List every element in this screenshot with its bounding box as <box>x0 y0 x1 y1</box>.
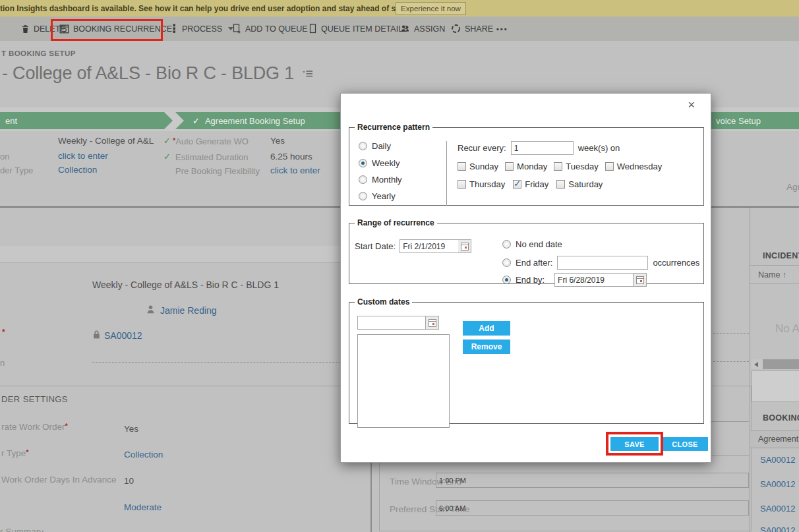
monday-checkbox[interactable] <box>505 162 514 171</box>
custom-dates-fieldset: Custom dates Add Remove <box>349 297 704 424</box>
page-title: - College of A&LS - Bio R C - BLDG 1 <box>2 63 294 84</box>
recur-every-row: Recur every: week(s) on <box>458 141 620 155</box>
estimated-duration-value: 6.25 hours <box>270 152 312 162</box>
generate-work-order-value: Yes <box>124 424 138 434</box>
incidents-column-header[interactable]: Name ↑ <box>750 266 799 284</box>
bookings-panel-title: BOOKING <box>763 413 799 423</box>
dashed-separator <box>92 362 370 363</box>
summary-click-to-enter-link[interactable]: click to enter <box>58 151 108 161</box>
monday-option[interactable]: Monday <box>505 162 547 171</box>
scrollbar-thumb[interactable] <box>763 359 799 369</box>
check-icon: ✓ <box>163 152 171 162</box>
add-button[interactable]: Add <box>463 321 510 336</box>
summary-collection-link[interactable]: Collection <box>58 165 97 175</box>
monthly-radio[interactable] <box>359 175 367 184</box>
work-order-type-label: r Type* <box>1 448 29 458</box>
tuesday-option[interactable]: Tuesday <box>554 162 598 171</box>
end-by-calendar-button[interactable] <box>634 273 647 287</box>
process-button[interactable]: PROCESS <box>170 16 233 41</box>
pre-booking-flexibility-label: Pre Booking Flexibility <box>175 166 260 176</box>
start-date-input[interactable] <box>400 239 459 253</box>
form-selector-icon[interactable] <box>302 69 313 78</box>
saturday-checkbox[interactable] <box>556 180 565 189</box>
more-icon: ••• <box>496 25 508 33</box>
calendar-icon <box>461 243 469 251</box>
dialog-close-button[interactable]: CLOSE <box>662 437 708 451</box>
range-of-recurrence-legend: Range of recurrence <box>355 218 437 227</box>
end-after-radio[interactable] <box>502 258 511 267</box>
monthly-radio-option[interactable]: Monthly <box>359 175 402 185</box>
bookings-column-header[interactable]: Agreement <box>750 430 799 448</box>
more-commands-button[interactable]: ••• <box>496 16 508 41</box>
incidents-header-band: INCIDENT <box>750 246 799 266</box>
custom-date-row <box>357 316 439 330</box>
no-end-date-radio[interactable] <box>502 240 511 249</box>
booking-row-agreement-link[interactable]: SA00012 <box>760 455 796 465</box>
yearly-radio-option[interactable]: Yearly <box>359 191 396 201</box>
start-date-calendar-button[interactable] <box>458 239 471 253</box>
stage-agreement[interactable]: ent <box>0 112 173 129</box>
sidebar-empty-box <box>752 370 799 402</box>
work-order-type-link[interactable]: Collection <box>124 450 163 459</box>
scrollbar-left-arrow-icon[interactable] <box>754 362 758 367</box>
booking-recurrence-icon <box>59 24 69 34</box>
queue-item-details-button[interactable]: QUEUE ITEM DETAILS <box>309 16 408 41</box>
recur-every-suffix: week(s) on <box>578 143 620 153</box>
pre-booking-flexibility-link[interactable]: click to enter <box>270 165 320 175</box>
stage-check-icon: ✓ <box>192 116 200 126</box>
yearly-radio[interactable] <box>359 192 367 200</box>
time-window-end-input[interactable]: 1:00 PM <box>436 473 749 488</box>
entity-type-label: T BOOKING SETUP <box>1 49 76 57</box>
remove-button[interactable]: Remove <box>463 340 510 354</box>
thursday-checkbox[interactable] <box>458 180 466 189</box>
daily-radio[interactable] <box>359 142 367 150</box>
start-date-row: Start Date: <box>355 239 471 253</box>
custom-date-input[interactable] <box>357 316 426 330</box>
tuesday-checkbox[interactable] <box>554 162 562 171</box>
sunday-option[interactable]: Sunday <box>458 162 498 171</box>
end-after-occurrences-input[interactable] <box>557 256 648 270</box>
custom-date-calendar-button[interactable] <box>426 316 439 330</box>
saturday-option[interactable]: Saturday <box>556 179 603 189</box>
assign-button[interactable]: ASSIGN <box>400 16 445 41</box>
owner-link[interactable]: Jamie Reding <box>160 305 217 316</box>
booking-row-agreement-link[interactable]: SA00012 <box>760 504 796 514</box>
share-button[interactable]: SHARE <box>451 16 493 41</box>
booking-row-agreement-link[interactable]: SA00012 <box>760 525 796 532</box>
close-icon[interactable]: × <box>688 99 695 111</box>
end-by-date-input[interactable] <box>554 273 634 287</box>
preferred-start-time-input[interactable]: 6:00 AM <box>436 500 749 516</box>
start-date-label: Start Date: <box>355 241 396 251</box>
booking-setup-name-value: Weekly - College of A&LS - Bio R C - BLD… <box>92 280 279 290</box>
no-end-date-option[interactable]: No end date <box>502 239 562 249</box>
thursday-option[interactable]: Thursday <box>458 179 505 189</box>
weekly-radio-option[interactable]: Weekly <box>359 158 400 168</box>
wednesday-checkbox[interactable] <box>605 162 614 171</box>
agreement-link[interactable]: SA00012 <box>104 330 142 341</box>
add-to-queue-button[interactable]: ADD TO QUEUE <box>232 16 308 41</box>
end-by-option[interactable]: End by: <box>502 273 647 287</box>
booking-recurrence-button[interactable]: BOOKING RECURRENCE <box>59 16 172 41</box>
summary-label-fragment: r Summary <box>0 527 44 532</box>
share-icon <box>451 24 461 34</box>
save-button[interactable]: SAVE <box>610 437 659 451</box>
booking-row-agreement-link[interactable]: SA00012 <box>760 479 796 489</box>
recurrence-pattern-fieldset: Recurrence pattern Daily Weekly Monthly … <box>349 123 704 206</box>
priority-link[interactable]: Moderate <box>124 502 162 512</box>
end-by-radio[interactable] <box>502 276 511 284</box>
auto-generate-wo-label: *Auto Generate WO <box>173 136 249 146</box>
lock-icon <box>92 330 102 340</box>
sunday-checkbox[interactable] <box>458 162 466 171</box>
weekly-radio[interactable] <box>359 159 367 167</box>
horizontal-scrollbar[interactable] <box>752 359 799 369</box>
custom-dates-listbox[interactable] <box>357 334 450 428</box>
dashed-separator <box>713 333 749 334</box>
recur-every-input[interactable] <box>511 141 574 155</box>
daily-radio-option[interactable]: Daily <box>359 141 391 151</box>
friday-option[interactable]: Friday <box>513 179 548 189</box>
experience-it-now-button[interactable]: Experience it now <box>396 2 466 15</box>
friday-checkbox[interactable] <box>513 180 521 189</box>
end-after-option[interactable]: End after: occurrences <box>502 256 699 270</box>
wednesday-option[interactable]: Wednesday <box>605 162 662 171</box>
recurrence-pattern-legend: Recurrence pattern <box>355 123 432 132</box>
